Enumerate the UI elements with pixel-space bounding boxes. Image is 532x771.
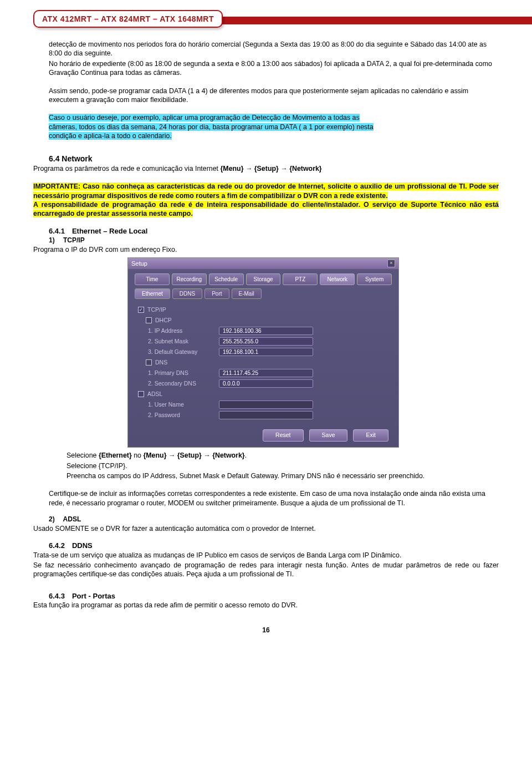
setup-title: Setup: [131, 260, 147, 268]
intro-p4: Caso o usuário deseje, por exemplo, apli…: [49, 113, 499, 140]
after-img-4: Certifique-se de incluir as informações …: [49, 489, 499, 508]
exit-button[interactable]: Exit: [353, 429, 388, 442]
tab-ptz[interactable]: PTZ: [283, 273, 318, 285]
section-6-4-2-title: 6.4.2 DDNS: [49, 541, 499, 550]
subtab-ethernet[interactable]: Ethernet: [135, 288, 170, 299]
tab-recording[interactable]: Recording: [172, 273, 207, 285]
setup-dialog: Setup × Time Recording Schedule Storage …: [127, 257, 399, 448]
section-6-4-warn: IMPORTANTE: Caso não conheça as caracter…: [33, 182, 499, 219]
intro-p2: No horário de expediente (8:00 as 18:00 …: [49, 59, 499, 78]
checkbox-tcpip[interactable]: [138, 307, 144, 313]
main-tabs: Time Recording Schedule Storage PTZ Netw…: [128, 269, 398, 287]
form-area: TCP/IP DHCP 1. IP Address192.168.100.36 …: [128, 302, 398, 426]
after-img-1: Selecione {Ethernet} no {Menu} → {Setup}…: [66, 451, 499, 460]
item-2-adsl: 2) ADSL: [49, 515, 499, 524]
section-6-4-3-title: 6.4.3 Port - Portas: [49, 591, 499, 601]
ip-address-field[interactable]: 192.168.100.36: [219, 327, 313, 335]
section-6-4-3-p1: Esta função ira programar as portas da r…: [33, 601, 499, 610]
secondary-dns-field[interactable]: 0.0.0.0: [219, 379, 313, 388]
checkbox-adsl[interactable]: [138, 391, 144, 397]
section-6-4-1-title: 6.4.1 Ethernet – Rede Local: [49, 226, 499, 236]
username-field[interactable]: [219, 400, 313, 409]
after-img-2: Selecione {TCP/IP}.: [66, 461, 499, 470]
header-title-bar: ATX 412MRT – ATX 824MRT – ATX 1648MRT: [33, 10, 223, 28]
header-stripe: [183, 17, 532, 24]
primary-dns-field[interactable]: 211.117.45.25: [219, 369, 313, 377]
tab-schedule[interactable]: Schedule: [209, 273, 244, 285]
subtab-email[interactable]: E-Mail: [232, 288, 262, 299]
gateway-field[interactable]: 192.168.100.1: [219, 348, 313, 356]
checkbox-dns[interactable]: [146, 359, 152, 366]
section-6-4-desc: Programa os parâmetros da rede e comunic…: [33, 164, 499, 173]
section-6-4-2-p1: Trata-se de um serviço que atualiza as m…: [33, 551, 499, 560]
tab-storage[interactable]: Storage: [246, 273, 281, 285]
header-title: ATX 412MRT – ATX 824MRT – ATX 1648MRT: [42, 14, 214, 23]
sub-tabs: Ethernet DDNS Port E-Mail: [128, 287, 398, 302]
page-number: 16: [33, 626, 499, 635]
section-6-4-2-p2: Se faz necessário conhecimento avançado …: [33, 561, 499, 579]
item-1-desc: Programa o IP do DVR com um endereço Fix…: [33, 245, 499, 254]
subtab-ddns[interactable]: DDNS: [172, 288, 202, 299]
setup-titlebar: Setup ×: [128, 258, 398, 269]
close-icon[interactable]: ×: [387, 260, 395, 267]
subtab-port[interactable]: Port: [204, 288, 229, 299]
intro-p3: Assim sendo, pode-se programar cada DATA…: [49, 87, 499, 105]
after-img-3: Preencha os campos do IP Address, Subnet…: [66, 471, 499, 480]
item-2-desc: Usado SOMENTE se o DVR for fazer a auten…: [33, 524, 499, 533]
item-1-tcpip: 1) TCP/IP: [49, 236, 499, 245]
tab-system[interactable]: System: [357, 273, 392, 285]
password-field[interactable]: [219, 411, 313, 419]
tab-network[interactable]: Network: [320, 273, 355, 285]
save-button[interactable]: Save: [309, 429, 348, 442]
intro-p1: detecção de movimento nos periodos fora …: [49, 40, 499, 58]
checkbox-dhcp[interactable]: [146, 317, 152, 323]
reset-button[interactable]: Reset: [263, 429, 303, 442]
tab-time[interactable]: Time: [135, 273, 170, 285]
section-6-4-title: 6.4 Network: [49, 154, 499, 164]
subnet-mask-field[interactable]: 255.255.255.0: [219, 337, 313, 346]
